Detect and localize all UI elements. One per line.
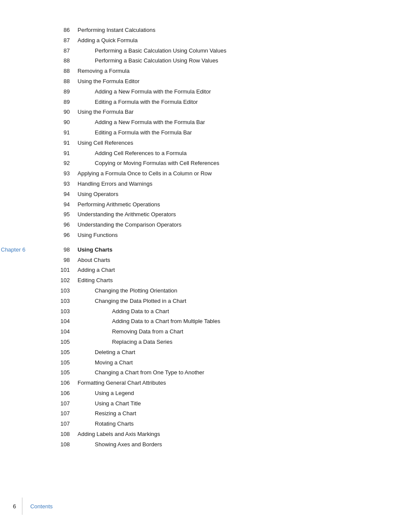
toc-entry: 95Understanding the Arithmetic Operators [52,210,377,219]
entry-text: Editing Charts [78,276,113,285]
toc-entry: 92Copying or Moving Formulas with Cell R… [52,159,377,168]
toc-entry: 108Showing Axes and Borders [52,440,377,449]
page-number: 98 [52,246,78,255]
entry-text: Using the Formula Editor [78,77,140,86]
toc-entry: 93Handling Errors and Warnings [52,180,377,189]
toc-entry: 93Applying a Formula Once to Cells in a … [52,169,377,178]
entry-text: Adding a Chart [78,266,115,275]
toc-entry: 101Adding a Chart [52,266,377,275]
entry-text: Editing a Formula with the Formula Edito… [78,98,198,107]
entry-text: Adding Data to a Chart from Multiple Tab… [78,317,220,326]
page-number: 91 [52,149,78,158]
entry-text: Using Operators [78,190,118,199]
entry-text: Copying or Moving Formulas with Cell Ref… [78,159,219,168]
entry-text: Using a Legend [78,389,134,398]
page-number: 89 [52,87,78,96]
page-number: 90 [52,108,78,117]
toc-entry: 107Using a Chart Title [52,399,377,408]
page-number: 108 [52,430,78,439]
entry-text: Showing Axes and Borders [78,440,162,449]
entry-text: Adding Data to a Chart [78,307,169,316]
toc-entry: 103Changing the Data Plotted in a Chart [52,297,377,306]
page-number: 103 [52,297,78,306]
entry-text: Adding a New Formula with the Formula Ed… [78,87,211,96]
footer-label: Contents [30,503,53,510]
toc-entry: 96Using Functions [52,231,377,240]
page-number: 102 [52,276,78,285]
page-number: 105 [52,368,78,377]
toc-entry: 104Removing Data from a Chart [52,327,377,336]
entry-text: Using Functions [78,231,118,240]
toc-entry: 103Adding Data to a Chart [52,307,377,316]
page-number: 87 [52,36,78,45]
pre-chapter-entries: 86Performing Instant Calculations87Addin… [52,26,377,240]
entry-text: Adding Cell References to a Formula [78,149,187,158]
page-number: 105 [52,338,78,347]
entry-text: Using the Formula Bar [78,108,134,117]
page-number: 94 [52,200,78,209]
entry-text: Deleting a Chart [78,348,135,357]
page-number: 90 [52,118,78,127]
entry-text: Changing a Chart from One Type to Anothe… [78,368,204,377]
toc-entry: 105Changing a Chart from One Type to Ano… [52,368,377,377]
entry-text: Rotating Charts [78,420,134,429]
entry-text: Moving a Chart [78,358,133,367]
page-number: 105 [52,348,78,357]
page: 86Performing Instant Calculations87Addin… [0,0,411,532]
page-number: 94 [52,190,78,199]
toc-entry: 105Moving a Chart [52,358,377,367]
toc-entry: 102Editing Charts [52,276,377,285]
toc-entry: 94Using Operators [52,190,377,199]
page-number: 91 [52,139,78,148]
toc-entry: 104Adding Data to a Chart from Multiple … [52,317,377,326]
page-number: 95 [52,210,78,219]
entry-text: Changing the Plotting Orientation [78,286,177,296]
entry-text: Removing a Formula [78,67,130,76]
footer-divider [22,498,22,515]
toc-entry: 89Editing a Formula with the Formula Edi… [52,98,377,107]
entry-text: Editing a Formula with the Formula Bar [78,128,192,137]
footer: 6 Contents [0,498,411,515]
page-number: 104 [52,317,78,326]
entry-text: About Charts [78,256,110,265]
page-number: 93 [52,180,78,189]
page-number: 107 [52,399,78,408]
page-number: 103 [52,286,78,296]
page-number: 108 [52,440,78,449]
entry-text: Performing a Basic Calculation Using Row… [78,56,218,65]
toc-entry: Chapter 698Using Charts [52,246,377,255]
entry-text: Using a Chart Title [78,399,141,408]
page-number: 92 [52,159,78,168]
toc-container: 86Performing Instant Calculations87Addin… [52,26,377,449]
entry-text: Performing Instant Calculations [78,26,156,35]
entry-text: Removing Data from a Chart [78,327,183,336]
toc-entry: 105Deleting a Chart [52,348,377,357]
page-number: 106 [52,379,78,388]
toc-entry: 88Performing a Basic Calculation Using R… [52,56,377,65]
toc-entry: 88Using the Formula Editor [52,77,377,86]
page-number: 104 [52,327,78,336]
toc-entry: 98About Charts [52,256,377,265]
toc-entry: 89Adding a New Formula with the Formula … [52,87,377,96]
toc-entry: 87Adding a Quick Formula [52,36,377,45]
page-number: 98 [52,256,78,265]
toc-entry: 103Changing the Plotting Orientation [52,286,377,296]
toc-entry: 106Using a Legend [52,389,377,398]
entry-text: Adding a Quick Formula [78,36,137,45]
entry-text: Understanding the Comparison Operators [78,221,181,230]
toc-entry: 107Resizing a Chart [52,409,377,418]
toc-entry: 91Editing a Formula with the Formula Bar [52,128,377,137]
toc-entry: 106Formatting General Chart Attributes [52,379,377,388]
page-number: 88 [52,56,78,65]
chapter6-entries: Chapter 698Using Charts98About Charts101… [52,246,377,449]
page-number: 106 [52,389,78,398]
toc-entry: 90Adding a New Formula with the Formula … [52,118,377,127]
page-number: 88 [52,77,78,86]
entry-text: Using Charts [78,246,112,255]
page-number: 107 [52,409,78,418]
page-number: 93 [52,169,78,178]
page-number: 88 [52,67,78,76]
toc-entry: 105Replacing a Data Series [52,338,377,347]
page-number: 96 [52,221,78,230]
page-number: 87 [52,47,78,56]
